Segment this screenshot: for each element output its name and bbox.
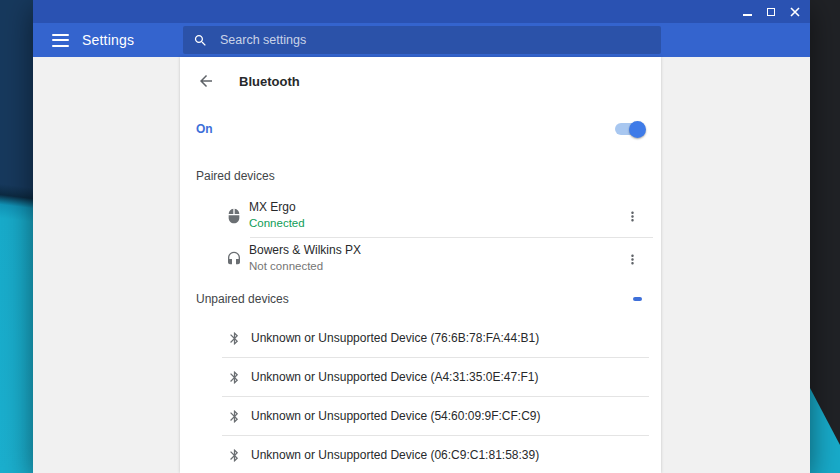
search-input[interactable] [218,32,661,48]
minimize-icon [743,14,752,16]
more-options-button[interactable] [622,249,642,269]
device-name: Unknown or Unsupported Device (06:C9:C1:… [251,448,539,462]
unpaired-device-row[interactable]: Unknown or Unsupported Device (76:6B:78:… [180,319,661,357]
maximize-icon [767,8,775,16]
close-button[interactable] [787,4,803,20]
search-settings-box[interactable] [183,26,661,54]
unpaired-device-list: Unknown or Unsupported Device (76:6B:78:… [180,319,661,473]
close-icon [790,7,800,17]
device-name: Bowers & Wilkins PX [249,244,622,258]
bluetooth-state-label: On [196,122,213,136]
bluetooth-icon [227,448,242,463]
back-button[interactable] [197,72,215,90]
window-titlebar[interactable] [33,0,810,23]
paired-device-row-bowers-wilkins[interactable]: Bowers & Wilkins PX Not connected [180,241,661,277]
unpaired-devices-heading-row: Unpaired devices [180,292,661,306]
device-name: MX Ergo [249,201,622,215]
mouse-icon [226,208,242,224]
settings-content: Bluetooth On Paired devices MX Ergo Conn… [33,57,810,473]
more-vert-icon [625,252,640,267]
divider [250,237,653,238]
device-info: MX Ergo Connected [249,201,622,230]
settings-toolbar: Settings [33,23,810,57]
toggle-thumb [629,121,646,138]
bluetooth-icon [227,409,242,424]
settings-window: Settings Bluetooth On Paired devices [33,0,810,473]
unpaired-device-row[interactable]: Unknown or Unsupported Device (06:C9:C1:… [180,436,661,473]
device-status: Not connected [249,260,622,273]
page-title: Bluetooth [239,74,300,89]
back-arrow-icon [197,72,215,90]
paired-devices-heading: Paired devices [180,169,661,183]
device-name: Unknown or Unsupported Device (A4:31:35:… [251,370,539,384]
menu-button[interactable] [52,34,69,47]
bluetooth-page-header: Bluetooth [180,57,661,90]
bluetooth-card: Bluetooth On Paired devices MX Ergo Conn… [180,57,661,473]
unpaired-device-row[interactable]: Unknown or Unsupported Device (54:60:09:… [180,397,661,435]
window-controls [739,4,810,20]
bluetooth-icon [227,370,242,385]
bluetooth-icon [227,331,242,346]
hamburger-icon [52,34,69,36]
headphones-icon [226,251,242,267]
app-title: Settings [82,32,134,48]
search-icon [193,33,208,48]
unpaired-devices-heading: Unpaired devices [196,292,289,306]
maximize-button[interactable] [763,4,779,20]
scanning-progress-indicator [633,297,642,301]
more-options-button[interactable] [622,206,642,226]
device-name: Unknown or Unsupported Device (76:6B:78:… [251,331,539,345]
device-name: Unknown or Unsupported Device (54:60:09:… [251,409,540,423]
more-vert-icon [625,209,640,224]
unpaired-device-row[interactable]: Unknown or Unsupported Device (A4:31:35:… [180,358,661,396]
minimize-button[interactable] [739,4,755,20]
paired-device-row-mx-ergo[interactable]: MX Ergo Connected [180,198,661,234]
bluetooth-toggle-row[interactable]: On [180,117,661,141]
device-status: Connected [249,217,622,230]
bluetooth-toggle[interactable] [615,123,644,135]
device-info: Bowers & Wilkins PX Not connected [249,244,622,273]
